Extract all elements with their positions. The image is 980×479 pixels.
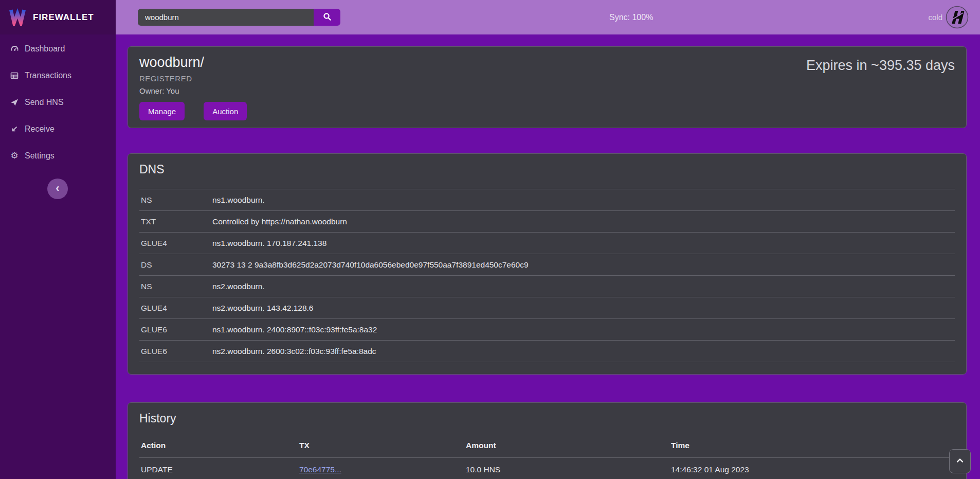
dns-record-row: DS 30273 13 2 9a3a8fb3d625d2a2073d740f10…: [139, 254, 955, 276]
sidebar-item-label: Receive: [25, 125, 55, 134]
sidebar-nav: Dashboard Transactions Send HNS: [0, 34, 116, 169]
history-card: History Action TX Amount Time UPDATE 70e…: [128, 402, 967, 479]
history-header-row: Action TX Amount Time: [139, 434, 955, 457]
sidebar-item-dashboard[interactable]: Dashboard: [0, 36, 116, 62]
sync-status: Sync: 100%: [609, 0, 653, 34]
chevron-left-icon: ‹: [56, 178, 59, 199]
history-time: 14:46:32 01 Aug 2023: [671, 465, 955, 474]
dns-record-type: NS: [139, 282, 212, 291]
dns-record-type: GLUE4: [139, 239, 212, 248]
dns-record-row: GLUE4 ns1.woodburn. 170.187.241.138: [139, 233, 955, 254]
tx-link[interactable]: 70e64775...: [299, 465, 341, 474]
history-action: UPDATE: [139, 465, 299, 474]
sidebar-item-transactions[interactable]: Transactions: [0, 62, 116, 89]
dns-record-type: DS: [139, 260, 212, 270]
scroll-to-top-button[interactable]: [949, 449, 971, 473]
sidebar-item-send-hns[interactable]: Send HNS: [0, 89, 116, 116]
dns-record-type: GLUE6: [139, 347, 212, 356]
dns-card: DNS NS ns1.woodburn. TXT Controlled by h…: [128, 153, 967, 375]
search-input[interactable]: [138, 9, 314, 26]
domain-card: woodburn/ REGISTERED Owner: You Manage A…: [128, 46, 967, 128]
firewallet-w-logo: [8, 7, 27, 28]
dns-record-type: GLUE4: [139, 304, 212, 313]
manage-button[interactable]: Manage: [139, 102, 185, 120]
wallet-name: cold: [928, 0, 942, 34]
column-header-tx: TX: [299, 441, 466, 450]
dns-record-row: GLUE6 ns1.woodburn. 2400:8907::f03c:93ff…: [139, 319, 955, 341]
sidebar: FIREWALLET Dashboard Tran: [0, 0, 116, 479]
top-header: Sync: 100% cold: [116, 0, 980, 34]
main-content: woodburn/ REGISTERED Owner: You Manage A…: [116, 34, 980, 479]
chevron-up-icon: [956, 457, 964, 466]
send-icon: [10, 98, 19, 107]
search-icon: [323, 12, 332, 23]
dns-record-type: NS: [139, 196, 212, 205]
history-title: History: [139, 412, 955, 425]
dns-record-row: GLUE6 ns2.woodburn. 2600:3c02::f03c:93ff…: [139, 341, 955, 362]
gear-icon: ⚙: [10, 152, 19, 160]
dns-table: NS ns1.woodburn. TXT Controlled by https…: [139, 189, 955, 362]
handshake-icon[interactable]: [946, 6, 969, 29]
history-row: UPDATE 70e64775... 10.0 HNS 14:46:32 01 …: [139, 457, 955, 479]
search-button[interactable]: [314, 9, 340, 26]
history-table: Action TX Amount Time UPDATE 70e64775...…: [139, 434, 955, 479]
dns-record-value: ns2.woodburn. 143.42.128.6: [212, 304, 314, 313]
domain-expiry: Expires in ~395.35 days: [806, 58, 955, 74]
column-header-time: Time: [671, 441, 955, 450]
dns-record-row: NS ns1.woodburn.: [139, 189, 955, 211]
dns-record-value: ns1.woodburn. 2400:8907::f03c:93ff:fe5a:…: [212, 325, 377, 334]
column-header-action: Action: [139, 441, 299, 450]
dns-record-value: ns2.woodburn.: [212, 282, 265, 291]
brand-name: FIREWALLET: [33, 12, 94, 23]
receive-arrow-icon: [10, 125, 19, 133]
domain-owner: Owner: You: [139, 86, 955, 95]
dns-record-row: NS ns2.woodburn.: [139, 276, 955, 297]
sidebar-item-label: Dashboard: [25, 44, 65, 54]
sidebar-item-label: Settings: [25, 151, 55, 161]
dns-record-value: 30273 13 2 9a3a8fb3d625d2a2073d740f10da6…: [212, 260, 529, 270]
dns-record-row: GLUE4 ns2.woodburn. 143.42.128.6: [139, 297, 955, 319]
history-amount: 10.0 HNS: [466, 465, 671, 474]
dns-record-type: GLUE6: [139, 325, 212, 334]
auction-button[interactable]: Auction: [204, 102, 247, 120]
column-header-amount: Amount: [466, 441, 671, 450]
table-icon: [10, 72, 19, 80]
gauge-icon: [10, 45, 19, 53]
dns-record-type: TXT: [139, 217, 212, 226]
dns-record-value: ns1.woodburn.: [212, 196, 265, 205]
sidebar-item-receive[interactable]: Receive: [0, 116, 116, 143]
sidebar-item-settings[interactable]: ⚙ Settings: [0, 143, 116, 169]
sidebar-collapse-button[interactable]: ‹: [47, 179, 68, 199]
sidebar-item-label: Send HNS: [25, 98, 64, 107]
dns-title: DNS: [139, 163, 955, 176]
dns-record-row: TXT Controlled by https://nathan.woodbur…: [139, 211, 955, 233]
dns-record-value: Controlled by https://nathan.woodburn: [212, 217, 347, 226]
sidebar-item-label: Transactions: [25, 71, 71, 80]
brand: FIREWALLET: [0, 0, 116, 34]
domain-status: REGISTERED: [139, 74, 955, 83]
dns-record-value: ns1.woodburn. 170.187.241.138: [212, 239, 326, 248]
dns-record-value: ns2.woodburn. 2600:3c02::f03c:93ff:fe5a:…: [212, 347, 376, 356]
